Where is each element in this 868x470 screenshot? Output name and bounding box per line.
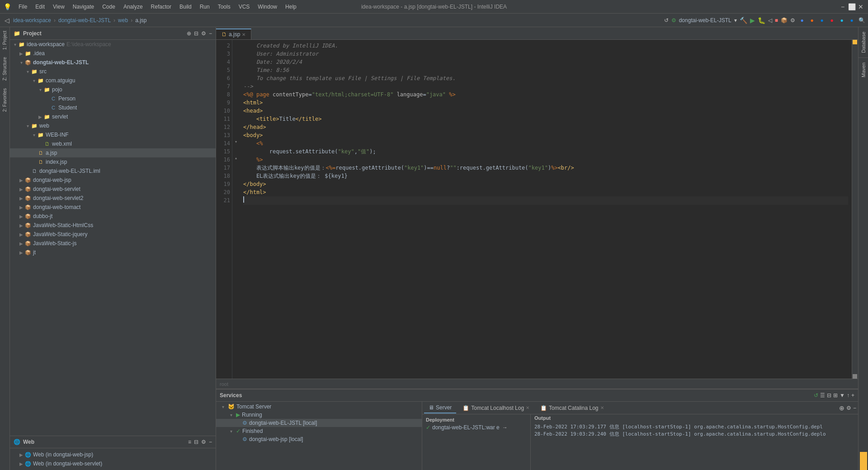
menu-navigate[interactable]: Navigate xyxy=(69,3,98,11)
tree-root[interactable]: ▾ 📁 idea-workspace E:\idea-workspace xyxy=(10,40,216,49)
edge-icon[interactable]: ● xyxy=(818,16,826,24)
tree-src[interactable]: ▾ 📁 src xyxy=(10,67,216,76)
tree-module-tomact[interactable]: ▶ 📦 dongtai-web-tomact xyxy=(10,203,216,212)
debug-icon[interactable]: 🐛 xyxy=(758,17,765,24)
srv-localhost-close[interactable]: ✕ xyxy=(526,405,529,410)
tree-web[interactable]: ▾ 📁 web xyxy=(10,121,216,130)
menu-window[interactable]: Window xyxy=(254,3,281,11)
breadcrumb-workspace[interactable]: idea-workspace xyxy=(13,17,51,24)
locate-icon[interactable]: ⊕ xyxy=(187,30,191,37)
sidebar-icon-2[interactable]: Z: Structure xyxy=(1,55,8,82)
collapse-icon[interactable]: ⊟ xyxy=(194,30,198,37)
srv-tree-tomcat[interactable]: ▾ 🐱 Tomcat Server xyxy=(216,403,422,411)
tree-module-dubbo[interactable]: ▶ 📦 dubbo-jt xyxy=(10,212,216,221)
tree-module-htmlcss[interactable]: ▶ 📦 JavaWeb-Static-HtmlCss xyxy=(10,221,216,230)
web-collapse-icon[interactable]: ⊟ xyxy=(194,439,198,445)
minimize-button[interactable]: − xyxy=(839,3,846,10)
settings2-icon[interactable]: ⚙ xyxy=(201,30,206,37)
ie-icon[interactable]: ● xyxy=(838,16,846,24)
chrome-icon[interactable]: ● xyxy=(798,16,806,24)
tree-module-servlet2[interactable]: ▶ 📦 dongtai-web-servlet2 xyxy=(10,194,216,203)
srv-catalina-close[interactable]: ✕ xyxy=(600,405,604,410)
srv-add-icon[interactable]: + xyxy=(851,392,854,399)
srv-filter-icon[interactable]: ⊟ xyxy=(827,392,831,399)
firefox-icon[interactable]: ● xyxy=(808,16,816,24)
tree-student[interactable]: ▶ C Student xyxy=(10,103,216,112)
srv-tree-running[interactable]: ▾ ▶ Running xyxy=(216,411,422,419)
tree-module-jsp[interactable]: ▶ 📦 dongtai-web-jsp xyxy=(10,176,216,185)
web-item-1[interactable]: ▶ 🌐 Web (in dongtai-web-jsp) xyxy=(10,450,216,459)
srv-filter2-icon[interactable]: ▼ xyxy=(840,392,845,399)
tree-module-servlet[interactable]: ▶ 📦 dongtai-web-servlet xyxy=(10,185,216,194)
web-item-2[interactable]: ▶ 🌐 Web (in dongtai-web-servlet) xyxy=(10,459,216,468)
tree-pojo[interactable]: ▾ 📁 pojo xyxy=(10,85,216,94)
stop-icon[interactable]: ■ xyxy=(775,17,778,24)
run-config-name[interactable]: dongtai-web-EL-JSTL xyxy=(679,17,731,24)
maximize-button[interactable]: ⬜ xyxy=(848,3,855,10)
srv-restart-icon[interactable]: ↺ xyxy=(814,392,818,399)
srv-tab-catalina-log[interactable]: 📋 Tomcat Catalina Log ✕ xyxy=(536,403,608,413)
tree-module-jt[interactable]: ▶ 📦 jt xyxy=(10,248,216,257)
srv-output-settings-icon[interactable]: ⚙ xyxy=(846,405,851,411)
menu-code[interactable]: Code xyxy=(99,3,119,11)
srv-up-icon[interactable]: ↑ xyxy=(847,392,849,399)
menu-edit[interactable]: Edit xyxy=(32,3,48,11)
web-align-icon[interactable]: ≡ xyxy=(188,439,191,445)
web-hide-icon[interactable]: − xyxy=(209,439,212,445)
web-settings-icon[interactable]: ⚙ xyxy=(201,439,206,445)
menu-view[interactable]: View xyxy=(49,3,68,11)
tree-person[interactable]: ▶ C Person xyxy=(10,94,216,103)
menu-build[interactable]: Build xyxy=(176,3,195,11)
tab-close-icon[interactable]: ✕ xyxy=(242,32,245,37)
hide-icon[interactable]: − xyxy=(209,30,212,37)
breadcrumb-file[interactable]: a.jsp xyxy=(135,17,146,24)
edge2-icon[interactable]: ● xyxy=(848,16,856,24)
sidebar-icon-1[interactable]: 1: Project xyxy=(1,29,8,52)
far-right-database[interactable]: Database xyxy=(860,29,867,56)
tree-indexjsp[interactable]: ▶ 🗋 index.jsp xyxy=(10,157,216,166)
tree-module-main[interactable]: ▾ 📦 dongtai-web-EL-JSTL xyxy=(10,58,216,67)
tree-ajsp[interactable]: ▶ 🗋 a.jsp xyxy=(10,148,216,157)
settings-icon[interactable]: ⚙ xyxy=(790,17,795,24)
code-area[interactable]: Created by IntelliJ IDEA. User: Administ… xyxy=(240,40,852,379)
breadcrumb-project[interactable]: dongtai-web-EL-JSTL xyxy=(58,17,111,24)
tree-iml[interactable]: ▶ 🗋 dongtai-web-EL-JSTL.iml xyxy=(10,166,216,176)
deploy-icon[interactable]: 📦 xyxy=(781,17,788,24)
srv-tree-finished[interactable]: ▾ ✓ Finished xyxy=(216,427,422,435)
deploy-item[interactable]: ✓ dongtai-web-EL-JSTL:war e → xyxy=(422,423,530,432)
menu-help[interactable]: Help xyxy=(282,3,300,11)
run-icon[interactable]: ▶ xyxy=(750,17,755,24)
refresh-icon[interactable]: ↺ xyxy=(664,17,669,24)
menu-file[interactable]: File xyxy=(15,3,31,11)
close-button[interactable]: ✕ xyxy=(857,3,864,10)
back-icon[interactable]: ◁ xyxy=(3,16,11,25)
tree-module-js[interactable]: ▶ 📦 JavaWeb-Static-js xyxy=(10,239,216,248)
srv-tab-localhost-log[interactable]: 📋 Tomcat Localhost Log ✕ xyxy=(458,403,534,413)
srv-tree-deployment[interactable]: ▶ ⚙ dongtai-web-EL-JSTL [local] xyxy=(216,419,422,427)
srv-list-icon[interactable]: ☰ xyxy=(820,392,825,399)
opera-icon[interactable]: ● xyxy=(828,16,836,24)
srv-group-icon[interactable]: ⊞ xyxy=(833,392,838,399)
run-config-dropdown[interactable]: ▾ xyxy=(734,17,737,24)
editor-tab-ajsp[interactable]: 🗋 a.jsp ✕ xyxy=(216,28,251,39)
menu-tools[interactable]: Tools xyxy=(214,3,234,11)
srv-output-hide-icon[interactable]: − xyxy=(853,405,856,411)
menu-vcs[interactable]: VCS xyxy=(235,3,254,11)
deploy-arrow-icon[interactable]: → xyxy=(502,424,508,431)
breadcrumb-web[interactable]: web xyxy=(118,17,128,24)
srv-tree-jsp-dep[interactable]: ▶ ⚙ dongtai-web-jsp [local] xyxy=(216,435,422,443)
srv-output-expand-icon[interactable]: ⊕ xyxy=(839,404,844,412)
tree-servlet[interactable]: ▶ 📁 servlet xyxy=(10,112,216,121)
tree-idea[interactable]: ▶ 📁 .idea xyxy=(10,49,216,58)
tree-module-jquery[interactable]: ▶ 📦 JavaWeb-Static-jquery xyxy=(10,230,216,239)
search-icon[interactable]: 🔍 xyxy=(859,17,865,24)
menu-run[interactable]: Run xyxy=(196,3,213,11)
srv-tab-server[interactable]: 🖥 Server xyxy=(424,403,456,413)
menu-refactor[interactable]: Refactor xyxy=(147,3,175,11)
tree-com-atguigu[interactable]: ▾ 📁 com.atguigu xyxy=(10,76,216,85)
menu-analyze[interactable]: Analyze xyxy=(120,3,146,11)
run-with-coverage-icon[interactable]: ◁ xyxy=(768,17,772,24)
far-right-maven[interactable]: Maven xyxy=(860,60,867,80)
sidebar-icon-3[interactable]: 2: Favorites xyxy=(1,86,8,114)
tree-webxml[interactable]: ▶ 🗋 web.xml xyxy=(10,139,216,148)
